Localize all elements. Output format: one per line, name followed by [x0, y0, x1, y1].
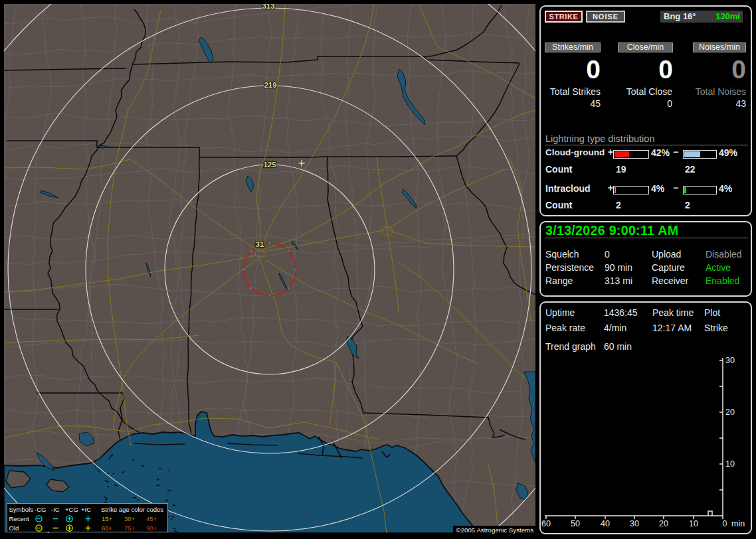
- svg-text:min: min: [731, 519, 745, 528]
- svg-text:60: 60: [541, 519, 551, 528]
- svg-text:125: 125: [263, 161, 276, 169]
- svg-text:20: 20: [659, 519, 668, 528]
- svg-text:219: 219: [264, 81, 276, 89]
- svg-text:50: 50: [571, 519, 580, 528]
- svg-text:10: 10: [689, 519, 698, 528]
- svg-text:31: 31: [256, 240, 264, 248]
- svg-text:10: 10: [725, 459, 735, 469]
- svg-text:40: 40: [601, 519, 610, 528]
- svg-text:30: 30: [630, 519, 639, 528]
- svg-text:30: 30: [725, 356, 735, 365]
- svg-text:313: 313: [262, 4, 274, 10]
- svg-text:0: 0: [723, 519, 727, 528]
- svg-text:20: 20: [725, 408, 735, 417]
